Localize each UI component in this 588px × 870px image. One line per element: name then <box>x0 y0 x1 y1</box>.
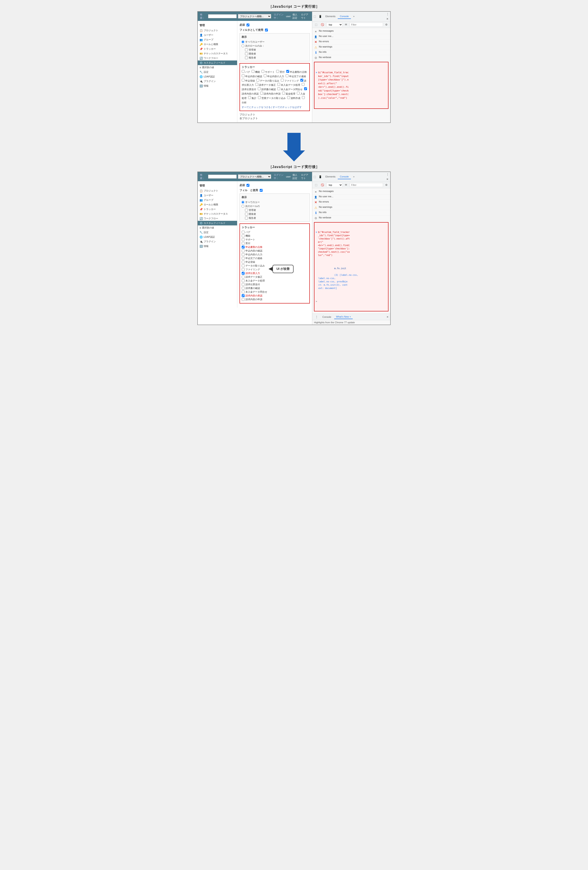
sidebar-item-projects-2[interactable]: 📋プロジェクト <box>198 188 237 193</box>
tracker-complete-1[interactable]: 申込完了の連絡 <box>286 75 306 77</box>
tab-more-2[interactable]: » <box>351 174 356 179</box>
search-input-1[interactable] <box>208 14 237 18</box>
sidebar-item-groups-1[interactable]: 👥グループ <box>198 37 237 42</box>
sidebar-item-info-1[interactable]: ℹ️情報 <box>198 83 237 88</box>
tracker-feature-1[interactable]: 機能 <box>252 71 260 73</box>
bottom-tab-whatsnew-2[interactable]: What's New × <box>334 315 353 319</box>
top-selector-2[interactable]: top <box>326 183 343 187</box>
tracker-list-bug-2[interactable]: バグ <box>242 230 307 234</box>
tracker-list-feature-2[interactable]: 機能 <box>242 234 307 238</box>
sidebar-item-users-1[interactable]: 👤ユーザー <box>198 33 237 37</box>
sidebar-item-customfield-1[interactable]: ⚙️カスタムフィールド <box>198 61 237 65</box>
filter-checkbox-2[interactable] <box>260 189 263 192</box>
gear-icon-1[interactable]: ⚙ <box>384 22 389 27</box>
tab-console-2[interactable]: Console <box>338 174 351 179</box>
filter-input-2[interactable] <box>350 183 383 187</box>
tab-elements-1[interactable]: Elements <box>323 14 338 19</box>
tracker-receive-1[interactable]: 受付 <box>276 71 285 73</box>
sidebar-item-choices-2[interactable]: ≡選択肢の値 <box>198 225 237 230</box>
all-users-radio-1[interactable]: すべてのユーザー <box>242 40 308 43</box>
tracker-list-billing-confirm-2[interactable]: 請求書の確認 <box>242 286 307 290</box>
tracker-list-billing-approve-2[interactable]: 請求内容の承認 <box>242 294 307 298</box>
tracker-doc-1[interactable]: 資料作成 <box>287 97 300 100</box>
result-arrow-2[interactable]: > <box>316 300 387 303</box>
tracker-unpaid-1[interactable]: 未入金データ処理 <box>277 83 300 86</box>
tracker-list-complete-2[interactable]: 申込完了の連絡 <box>242 256 307 260</box>
tracker-list-input-2[interactable]: 申込内容の入力 <box>242 253 307 256</box>
all-users-radio-2[interactable]: すべてのユー <box>242 201 308 204</box>
inspect-icon-2[interactable]: ⬚ <box>312 174 317 179</box>
sidebar-item-ldap-1[interactable]: 🌐LDAP認証 <box>198 74 237 79</box>
tracker-list-register-2[interactable]: 申込登録 <box>242 260 307 264</box>
tracker-check-1[interactable]: 申込書類の点検 <box>286 71 307 73</box>
admin-checkbox-1[interactable]: 管理者 <box>245 48 308 51</box>
user-link-2[interactable]: user <box>286 175 291 178</box>
tracker-total-1[interactable]: 集計 <box>248 97 257 100</box>
tab-console-1[interactable]: Console <box>338 14 351 19</box>
logout-link-2[interactable]: ログアウト <box>301 173 310 180</box>
user-link-1[interactable]: user <box>286 15 291 18</box>
tracker-bug-1[interactable]: バグ <box>242 71 250 73</box>
reporter-checkbox-1[interactable]: 報告者 <box>245 56 308 60</box>
tracker-list-check-2[interactable]: 申込書類の点検 <box>242 245 307 249</box>
inspect-icon-1[interactable]: ⬚ <box>312 14 317 19</box>
top-selector-1[interactable]: top <box>326 22 343 27</box>
check-all-link-1[interactable]: すべてにチェックをつける <box>242 106 271 109</box>
required-checkbox-2[interactable] <box>246 184 249 187</box>
console-block-icon-2[interactable]: 🚫 <box>319 183 325 188</box>
sidebar-item-workflow-2[interactable]: 🔄ワークフロー <box>198 216 237 221</box>
tracker-list-unpaid-query-2[interactable]: 未入金データ問合せ <box>242 290 307 294</box>
required-checkbox-1[interactable] <box>246 24 249 26</box>
personal-settings-link-1[interactable]: 個人設定 <box>293 13 300 19</box>
sidebar-item-info-2[interactable]: ℹ️情報 <box>198 244 237 249</box>
tracker-filing-1[interactable]: ファイリング <box>281 79 299 82</box>
sidebar-item-plugin-2[interactable]: 🔌プラグイン <box>198 239 237 244</box>
devtools-close-icon-1[interactable]: ✕ <box>385 16 390 21</box>
sidebar-item-tracker-1[interactable]: 📌トラッカー <box>198 47 237 51</box>
filter-input-1[interactable] <box>350 23 383 27</box>
dev-checkbox-2[interactable]: 開発者 <box>245 212 308 216</box>
device-icon-2[interactable]: 📱 <box>317 174 323 179</box>
eye-icon-1[interactable]: 👁 <box>343 22 349 27</box>
tracker-list-billing-edit-2[interactable]: 請求データ修正 <box>242 275 307 279</box>
bottom-menu-icon-2[interactable]: ⋮ <box>314 314 319 319</box>
role-only-radio-1[interactable]: 次のロールのみ： <box>242 44 308 48</box>
tracker-confirm-1[interactable]: 申込内容の確認 <box>242 75 262 77</box>
tracker-list-confirm-2[interactable]: 申込内容の確認 <box>242 249 307 253</box>
sidebar-item-projects-1[interactable]: 📋プロジェクト <box>198 28 237 33</box>
tab-elements-2[interactable]: Elements <box>323 174 338 179</box>
sidebar-item-plugin-1[interactable]: 🔌プラグイン <box>198 79 237 83</box>
logout-link-1[interactable]: ログアウト <box>301 13 310 19</box>
sidebar-item-ticketstatus-2[interactable]: 🎫チケットのステータス <box>198 212 237 216</box>
console-block-icon-1[interactable]: 🚫 <box>319 22 325 27</box>
tracker-list-unpaid-2[interactable]: 未入金データ処理 <box>242 279 307 283</box>
tracker-refund-1[interactable]: 返金処理 <box>282 92 295 95</box>
tracker-data-1[interactable]: データの取り込み <box>257 79 279 82</box>
sidebar-item-settings-2[interactable]: 🔧設定 <box>198 230 237 235</box>
gear-icon-2[interactable]: ⚙ <box>384 183 389 188</box>
console-expand-icon-1[interactable]: ⬚ <box>313 22 319 27</box>
sidebar-item-choices-1[interactable]: ≡選択肢の値 <box>198 65 237 70</box>
sidebar-item-roles-2[interactable]: 🔑ロールと権限 <box>198 202 237 207</box>
filter-checkbox-1[interactable] <box>265 28 268 31</box>
sidebar-item-customfield-2[interactable]: ⚙️カスタムフィールド <box>198 221 237 225</box>
sidebar-item-roles-1[interactable]: 🔑ロールと権限 <box>198 42 237 47</box>
project-select-1[interactable]: プロジェクトへ移動... <box>238 14 271 18</box>
uncheck-all-link-1[interactable]: すべてのチェックをはずす <box>273 106 302 109</box>
reporter-checkbox-2[interactable]: 報告者 <box>245 216 308 220</box>
console-expand-icon-2[interactable]: ⬚ <box>313 183 319 188</box>
tracker-billing-edit-1[interactable]: 請求データ修正 <box>255 83 276 86</box>
bottom-close-2[interactable]: ✕ <box>386 316 389 319</box>
tracker-billing-confirm-1[interactable]: 請求書の確認 <box>258 88 276 91</box>
sidebar-item-users-2[interactable]: 👤ユーザー <box>198 193 237 198</box>
tracker-support-1[interactable]: サポート <box>261 71 275 73</box>
devtools-close-icon-2[interactable]: ✕ <box>385 177 390 182</box>
devtools-menu-icon-1[interactable]: ⋮ <box>385 12 390 16</box>
tracker-input-1[interactable]: 申込内容の入力 <box>264 75 284 77</box>
tab-more-1[interactable]: » <box>351 14 356 19</box>
tracker-register-1[interactable]: 申込登録 <box>242 79 255 82</box>
bottom-tab-console-2[interactable]: Console <box>321 315 333 319</box>
tracker-list-support-2[interactable]: サポート <box>242 238 307 241</box>
tracker-billing-apply-1[interactable]: 請求内容の申請 <box>260 92 281 95</box>
tracker-list-billing-send-2[interactable]: 請求伝票送付 <box>242 283 307 286</box>
